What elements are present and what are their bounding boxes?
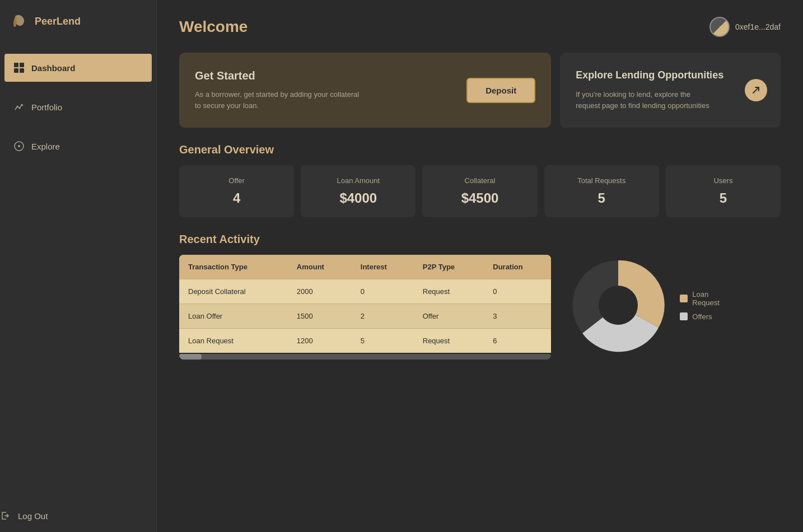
col-duration: Duration — [484, 255, 551, 279]
sidebar-item-explore-label: Explore — [31, 142, 60, 151]
col-interest: Interest — [352, 255, 414, 279]
general-overview-section: General Overview Offer 4 Loan Amount $40… — [179, 143, 781, 217]
table-row: Loan Request 1200 5 Request 6 — [179, 329, 551, 353]
sidebar-nav: Dashboard Portfolio Explore — [0, 54, 156, 532]
sidebar: PeerLend Dashboard — [0, 0, 157, 532]
explore-icon — [13, 141, 25, 151]
cell-duration-2: 3 — [484, 304, 551, 329]
stat-users-label: Users — [713, 176, 732, 185]
general-overview-title: General Overview — [179, 143, 781, 156]
cell-p2p-1: Request — [414, 279, 484, 304]
cell-interest-1: 0 — [352, 279, 414, 304]
stat-offer-value: 4 — [233, 190, 240, 206]
deposit-button[interactable]: Deposit — [466, 78, 535, 103]
svg-rect-1 — [20, 63, 24, 67]
explore-lending-card: Explore Lending Opportunities If you're … — [560, 53, 781, 128]
pie-chart — [568, 255, 669, 356]
svg-rect-0 — [14, 63, 18, 67]
logo-container: PeerLend — [0, 0, 156, 43]
wallet-info: 0xef1e...2daf — [709, 17, 781, 37]
logout-icon — [0, 511, 11, 521]
pie-legend: LoanRequest Offers — [680, 290, 719, 321]
stat-offer: Offer 4 — [179, 165, 294, 217]
legend-label-loan-request: LoanRequest — [692, 290, 719, 307]
stat-collateral-label: Collateral — [465, 176, 496, 185]
cell-duration-1: 0 — [484, 279, 551, 304]
svg-point-6 — [21, 104, 23, 106]
cell-p2p-3: Request — [414, 329, 484, 353]
legend-label-offers: Offers — [692, 312, 712, 321]
cell-duration-3: 6 — [484, 329, 551, 353]
explore-arrow-button[interactable] — [745, 79, 767, 101]
cell-amount-1: 2000 — [288, 279, 352, 304]
cell-type-1: Deposit Collateral — [179, 279, 288, 304]
cell-interest-2: 2 — [352, 304, 414, 329]
stat-total-requests: Total Requests 5 — [544, 165, 659, 217]
stat-total-requests-value: 5 — [598, 190, 605, 206]
stat-collateral-value: $4500 — [461, 190, 499, 206]
sidebar-item-portfolio[interactable]: Portfolio — [0, 93, 156, 121]
legend-offers: Offers — [680, 312, 719, 321]
stat-users-value: 5 — [720, 190, 727, 206]
explore-lending-description: If you're looking to lend, explore the r… — [576, 89, 710, 111]
get-started-title: Get Started — [195, 69, 363, 82]
sidebar-item-dashboard[interactable]: Dashboard — [4, 54, 152, 82]
explore-lending-title: Explore Lending Opportunities — [576, 69, 765, 81]
svg-point-4 — [17, 106, 18, 108]
page-header: Welcome 0xef1e...2daf — [179, 17, 781, 37]
legend-dot-offers — [680, 312, 688, 320]
pie-chart-section: LoanRequest Offers — [568, 255, 781, 356]
cell-amount-3: 1200 — [288, 329, 352, 353]
recent-activity-section: Recent Activity Transaction Type Amount … — [179, 233, 781, 360]
sidebar-item-logout-label: Log Out — [18, 511, 48, 521]
stat-users: Users 5 — [666, 165, 781, 217]
sidebar-item-explore[interactable]: Explore — [0, 132, 156, 160]
get-started-card: Get Started As a borrower, get started b… — [179, 53, 551, 128]
activity-content: Transaction Type Amount Interest P2P Typ… — [179, 255, 781, 360]
svg-rect-3 — [20, 68, 24, 73]
logo-icon — [11, 12, 29, 30]
table-row: Loan Offer 1500 2 Offer 3 — [179, 304, 551, 329]
sidebar-item-logout[interactable]: Log Out — [0, 500, 156, 532]
cell-amount-2: 1500 — [288, 304, 352, 329]
get-started-description: As a borrower, get started by adding you… — [195, 89, 363, 111]
stat-loan-amount-value: $4000 — [339, 190, 377, 206]
activity-table-wrapper: Transaction Type Amount Interest P2P Typ… — [179, 255, 551, 360]
table-header-row: Transaction Type Amount Interest P2P Typ… — [179, 255, 551, 279]
svg-point-5 — [19, 108, 21, 109]
cell-interest-3: 5 — [352, 329, 414, 353]
col-p2p-type: P2P Type — [414, 255, 484, 279]
dashboard-icon — [13, 63, 25, 73]
stat-loan-amount: Loan Amount $4000 — [301, 165, 415, 217]
col-transaction-type: Transaction Type — [179, 255, 288, 279]
cell-p2p-2: Offer — [414, 304, 484, 329]
pie-center — [599, 286, 638, 325]
col-amount: Amount — [288, 255, 352, 279]
wallet-address: 0xef1e...2daf — [735, 22, 781, 31]
activity-table: Transaction Type Amount Interest P2P Typ… — [179, 255, 551, 353]
wallet-avatar — [709, 17, 730, 37]
stat-offer-label: Offer — [228, 176, 245, 185]
stats-row: Offer 4 Loan Amount $4000 Collateral $45… — [179, 165, 781, 217]
table-scrollbar[interactable] — [179, 354, 551, 360]
recent-activity-title: Recent Activity — [179, 233, 781, 246]
table-scrollbar-thumb — [179, 354, 202, 360]
table-scroll[interactable]: Transaction Type Amount Interest P2P Typ… — [179, 255, 551, 353]
stat-total-requests-label: Total Requests — [577, 176, 625, 185]
svg-point-8 — [18, 145, 20, 147]
svg-rect-2 — [14, 68, 18, 73]
main-content: Welcome 0xef1e...2daf Get Started As a b… — [157, 0, 803, 532]
app-name: PeerLend — [35, 16, 81, 27]
page-title: Welcome — [179, 18, 248, 36]
sidebar-item-portfolio-label: Portfolio — [31, 102, 62, 112]
stat-loan-amount-label: Loan Amount — [337, 176, 380, 185]
portfolio-icon — [13, 102, 25, 112]
table-row: Deposit Collateral 2000 0 Request 0 — [179, 279, 551, 304]
stat-collateral: Collateral $4500 — [422, 165, 537, 217]
cell-type-2: Loan Offer — [179, 304, 288, 329]
legend-dot-loan-request — [680, 295, 688, 302]
pie-chart-svg — [568, 255, 669, 356]
legend-loan-request: LoanRequest — [680, 290, 719, 307]
get-started-content: Get Started As a borrower, get started b… — [195, 69, 363, 111]
top-cards: Get Started As a borrower, get started b… — [179, 53, 781, 128]
